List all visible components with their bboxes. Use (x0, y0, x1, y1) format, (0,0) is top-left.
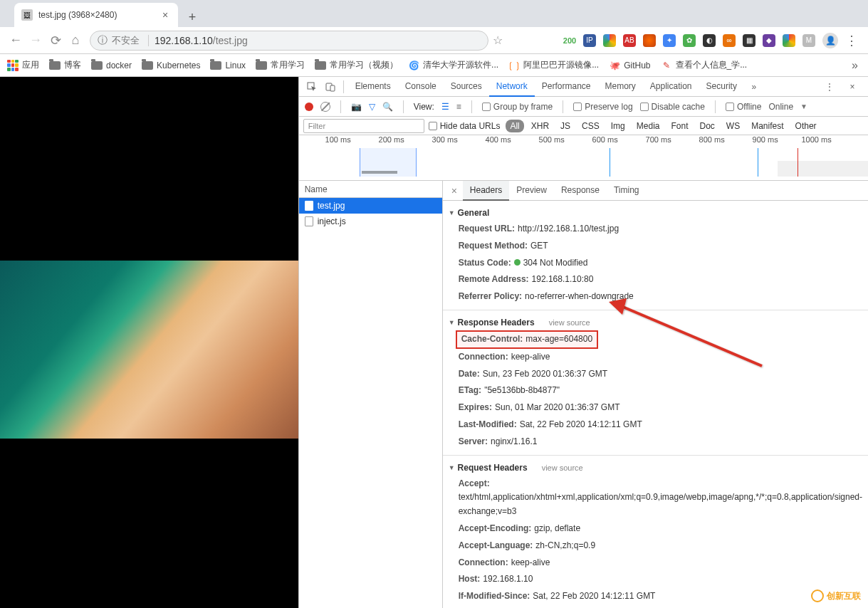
detail-tab-preview[interactable]: Preview (509, 181, 554, 201)
offline-checkbox[interactable]: Offline (726, 102, 761, 112)
ext-icon-5[interactable]: ✦ (663, 34, 676, 47)
request-row[interactable]: inject.js (299, 214, 442, 229)
timeline-tick: 500 ms (513, 135, 566, 148)
filter-chip-css[interactable]: CSS (577, 120, 604, 132)
bookmark-item[interactable]: docker (91, 59, 132, 71)
devtools-tab-performance[interactable]: Performance (535, 77, 598, 97)
forward-button[interactable]: → (26, 31, 46, 51)
section-request-headers-title[interactable]: ▼Request Headersview source (443, 460, 868, 476)
filter-chip-ws[interactable]: WS (722, 120, 744, 132)
ext-icon-12[interactable]: M (802, 34, 815, 47)
detail-tab-timing[interactable]: Timing (607, 181, 647, 201)
devtools-tab-console[interactable]: Console (398, 77, 444, 97)
site-info-icon[interactable]: ⓘ (98, 34, 108, 47)
bookmarks-overflow-icon[interactable]: » (852, 59, 861, 72)
filter-chip-js[interactable]: JS (556, 120, 575, 132)
devtools-menu-icon[interactable]: ⋮ (821, 78, 838, 95)
filter-chip-all[interactable]: All (506, 120, 523, 132)
bookmark-item[interactable]: Linux (210, 59, 246, 71)
timeline-tick: 1000 ms (780, 135, 833, 148)
filter-chip-font[interactable]: Font (666, 120, 692, 132)
browser-tab-strip: 🖼 test.jpg (3968×2480) × + (0, 0, 868, 27)
ext-icon-6[interactable]: ✿ (683, 34, 696, 47)
close-icon[interactable]: × (160, 9, 171, 21)
bookmark-label: 常用学习 (271, 59, 305, 71)
devtools-tab-elements[interactable]: Elements (348, 77, 398, 97)
bookmark-item[interactable]: 博客 (49, 59, 81, 71)
menu-icon[interactable]: ⋮ (845, 33, 858, 48)
hide-data-urls-checkbox[interactable]: Hide data URLs (429, 121, 501, 131)
bookmark-item[interactable]: 常用学习 (256, 59, 305, 71)
online-select[interactable]: Online (768, 102, 793, 112)
disable-cache-checkbox[interactable]: Disable cache (640, 102, 705, 112)
detail-tab-headers[interactable]: Headers (463, 181, 509, 201)
inspect-icon[interactable] (303, 78, 320, 95)
devtools-tab-memory[interactable]: Memory (597, 77, 642, 97)
devtools-tab-network[interactable]: Network (489, 77, 535, 97)
view-source-link[interactable]: view source (549, 318, 590, 327)
bookmark-item[interactable]: 常用学习（视频） (315, 59, 398, 71)
profile-icon[interactable]: 👤 (822, 33, 838, 48)
filter-chip-other[interactable]: Other (791, 120, 821, 132)
filter-chip-doc[interactable]: Doc (696, 120, 719, 132)
record-icon[interactable] (305, 103, 313, 111)
filter-icon[interactable]: ▽ (369, 102, 375, 112)
network-timeline[interactable]: 100 ms200 ms300 ms400 ms500 ms600 ms700 … (299, 135, 868, 181)
filter-chip-xhr[interactable]: XHR (527, 120, 553, 132)
tab-favicon: 🖼 (21, 9, 33, 21)
ext-icon-11[interactable] (783, 34, 795, 47)
camera-icon[interactable]: 📷 (351, 102, 362, 112)
ext-icon-4[interactable] (643, 34, 656, 47)
browser-tab[interactable]: 🖼 test.jpg (3968×2480) × (14, 3, 178, 27)
bookmark-item[interactable]: 🐙GitHub (609, 59, 650, 71)
apps-button[interactable]: 应用 (7, 59, 39, 71)
devtools-tab-security[interactable]: Security (699, 77, 744, 97)
detail-close-icon[interactable]: × (447, 185, 461, 196)
address-bar[interactable]: ⓘ 不安全 192.168.1.10/test.jpg (90, 31, 488, 51)
filter-chip-manifest[interactable]: Manifest (747, 120, 788, 132)
preserve-log-checkbox[interactable]: Preserve log (573, 102, 632, 112)
view-source-link[interactable]: view source (542, 463, 583, 472)
bookmarks-bar: 应用 博客dockerKubernetesLinux常用学习常用学习（视频）🌀清… (0, 54, 868, 77)
search-icon[interactable]: 🔍 (382, 102, 393, 112)
new-tab-button[interactable]: + (182, 7, 202, 27)
filter-chip-media[interactable]: Media (632, 120, 664, 132)
detail-tab-response[interactable]: Response (554, 181, 607, 201)
section-response-headers-title[interactable]: ▼Response Headersview source (443, 315, 868, 330)
bookmark-item[interactable]: Kubernetes (142, 59, 200, 71)
timeline-tick: 100 ms (299, 135, 352, 148)
timeline-tick: 400 ms (459, 135, 513, 148)
home-button[interactable]: ⌂ (66, 31, 85, 51)
group-by-frame-checkbox[interactable]: Group by frame (482, 102, 553, 112)
ext-icon-3[interactable]: AB (623, 34, 636, 47)
device-icon[interactable] (322, 78, 339, 95)
request-list-header[interactable]: Name (299, 181, 442, 198)
waterfall-icon[interactable]: ≡ (456, 102, 461, 112)
devtools-tab-sources[interactable]: Sources (444, 77, 489, 97)
ext-icon-9[interactable]: ▦ (743, 34, 755, 47)
filter-chip-img[interactable]: Img (607, 120, 629, 132)
bookmark-label: GitHub (624, 61, 650, 70)
filter-input[interactable]: Filter (303, 119, 424, 133)
bookmark-item[interactable]: ❲❳阿里巴巴开源镜像... (508, 59, 599, 71)
ext-icon-10[interactable]: ◆ (763, 34, 775, 47)
ext-icon-8[interactable]: ∞ (723, 34, 736, 47)
ext-icon-2[interactable] (603, 34, 616, 47)
file-icon (305, 216, 313, 226)
devtools-close-icon[interactable]: × (844, 78, 861, 95)
throttle-caret-icon[interactable]: ▼ (800, 103, 807, 110)
clear-icon[interactable] (320, 102, 330, 112)
ext-icon-7[interactable]: ◐ (703, 34, 716, 47)
ext-icon-1[interactable]: IP (583, 34, 596, 47)
reload-button[interactable]: ⟳ (46, 31, 66, 51)
bookmark-item[interactable]: ✎查看个人信息_学... (661, 59, 748, 71)
request-row[interactable]: test.jpg (299, 198, 442, 214)
ext-status-badge[interactable]: 200 (563, 34, 576, 47)
bookmark-star-icon[interactable]: ☆ (493, 33, 503, 47)
back-button[interactable]: ← (6, 31, 26, 51)
bookmark-item[interactable]: 🌀清华大学开源软件... (408, 59, 498, 71)
devtools-tab-application[interactable]: Application (643, 77, 699, 97)
section-general-title[interactable]: ▼General (443, 205, 868, 221)
large-rows-icon[interactable]: ☰ (441, 102, 449, 112)
more-tabs-icon[interactable]: » (746, 78, 763, 95)
